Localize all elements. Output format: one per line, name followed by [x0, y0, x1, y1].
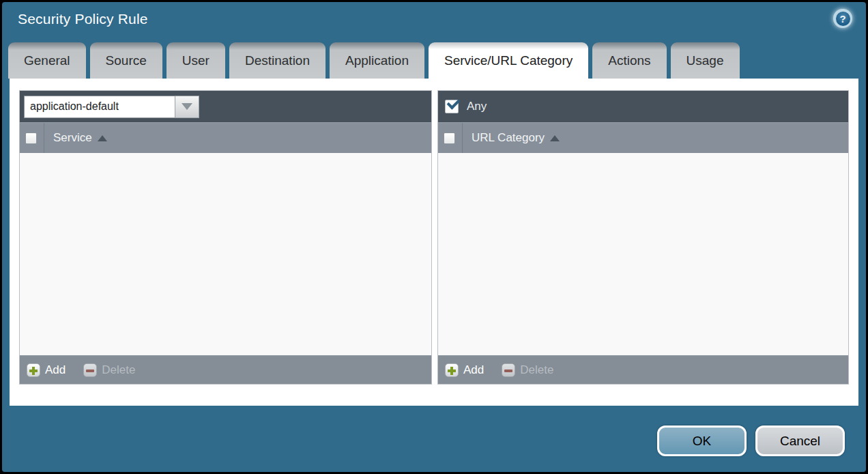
- delete-minus-icon: [83, 363, 97, 377]
- service-type-input[interactable]: [24, 96, 175, 118]
- security-policy-rule-dialog: Security Policy Rule ? General Source Us…: [2, 2, 866, 472]
- help-button[interactable]: ?: [833, 9, 852, 28]
- any-checkbox-label: Any: [467, 100, 487, 113]
- service-column-header: Service: [20, 122, 431, 153]
- tab-usage[interactable]: Usage: [671, 42, 740, 79]
- tab-application[interactable]: Application: [330, 42, 424, 79]
- service-type-dropdown-button[interactable]: [175, 96, 199, 118]
- url-category-column-header: URL Category: [438, 122, 848, 153]
- dialog-frame: Security Policy Rule ? General Source Us…: [0, 0, 868, 474]
- service-type-combo: [24, 96, 199, 118]
- service-panel-footer: Add Delete: [20, 355, 431, 384]
- column-divider: [44, 123, 44, 153]
- tab-bar: General Source User Destination Applicat…: [8, 42, 740, 79]
- url-category-panel: Any URL Category Add Delete: [437, 90, 849, 385]
- delete-button-label: Delete: [520, 363, 553, 377]
- service-delete-button[interactable]: Delete: [83, 363, 135, 377]
- service-select-all-checkbox[interactable]: [25, 133, 37, 144]
- sort-ascending-icon: [550, 135, 560, 141]
- any-checkbox[interactable]: [445, 100, 459, 113]
- add-plus-icon: [27, 363, 40, 377]
- url-category-select-all-checkbox[interactable]: [444, 133, 455, 144]
- service-column-label[interactable]: Service: [53, 131, 92, 145]
- tab-content-area: Service Add Delete: [10, 79, 858, 406]
- sort-ascending-icon: [98, 135, 107, 141]
- cancel-button[interactable]: Cancel: [755, 426, 845, 456]
- ok-button[interactable]: OK: [657, 426, 747, 456]
- add-plus-icon: [445, 363, 459, 377]
- service-panel-header: [20, 91, 431, 122]
- tab-user[interactable]: User: [167, 42, 225, 79]
- url-category-column-label[interactable]: URL Category: [472, 131, 545, 145]
- url-category-delete-button[interactable]: Delete: [502, 363, 553, 377]
- service-panel: Service Add Delete: [19, 90, 432, 385]
- url-category-add-button[interactable]: Add: [445, 363, 484, 377]
- tab-actions[interactable]: Actions: [592, 42, 666, 79]
- service-add-button[interactable]: Add: [27, 363, 66, 377]
- url-category-table-body: [438, 153, 848, 355]
- url-category-panel-footer: Add Delete: [438, 355, 848, 384]
- column-divider: [462, 123, 463, 153]
- dialog-title: Security Policy Rule: [18, 11, 148, 27]
- tab-general[interactable]: General: [8, 42, 86, 79]
- add-button-label: Add: [45, 363, 66, 377]
- tab-destination[interactable]: Destination: [229, 42, 326, 79]
- delete-minus-icon: [502, 363, 515, 377]
- add-button-label: Add: [463, 363, 484, 377]
- service-table-body: [20, 153, 431, 355]
- chevron-down-icon: [182, 103, 192, 110]
- delete-button-label: Delete: [102, 363, 135, 377]
- tab-source[interactable]: Source: [90, 42, 162, 79]
- tab-service-url-category[interactable]: Service/URL Category: [429, 42, 588, 79]
- help-icon: ?: [836, 12, 850, 26]
- url-category-panel-header: Any: [438, 91, 848, 122]
